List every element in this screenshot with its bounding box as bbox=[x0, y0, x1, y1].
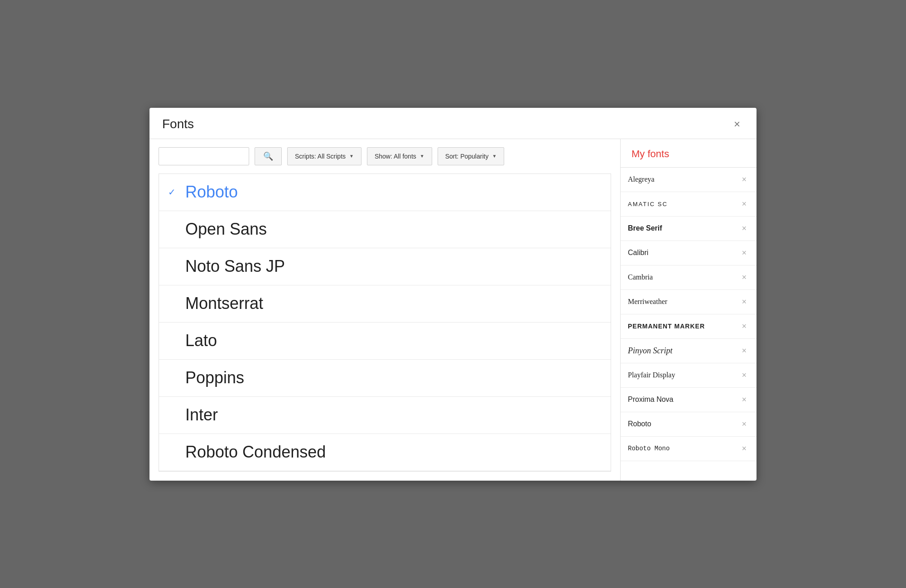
remove-font-button[interactable]: × bbox=[739, 395, 749, 405]
my-font-name: Permanent Marker bbox=[628, 323, 705, 330]
my-fonts-panel: My fonts Alegreya × AMATIC SC × Bree Ser… bbox=[621, 139, 757, 481]
show-filter-button[interactable]: Show: All fonts ▼ bbox=[367, 147, 432, 165]
font-list-item[interactable]: ✓ Lato bbox=[159, 323, 611, 360]
sort-filter-label: Sort: Popularity bbox=[445, 153, 489, 160]
my-font-name: AMATIC SC bbox=[628, 201, 668, 207]
search-button[interactable]: 🔍 bbox=[255, 147, 282, 165]
my-font-item[interactable]: Permanent Marker × bbox=[621, 314, 757, 339]
my-font-name: Merriweather bbox=[628, 298, 667, 306]
my-font-item[interactable]: Calibri × bbox=[621, 241, 757, 265]
my-font-name: Pinyon Script bbox=[628, 346, 672, 356]
font-name: Inter bbox=[185, 405, 218, 424]
my-font-item[interactable]: AMATIC SC × bbox=[621, 192, 757, 217]
my-font-name: Cambria bbox=[628, 273, 653, 281]
search-bar: 🔍 Scripts: All Scripts ▼ Show: All fonts… bbox=[149, 139, 620, 174]
my-font-name: Proxima Nova bbox=[628, 395, 673, 404]
my-font-name: Bree Serif bbox=[628, 224, 662, 232]
font-list-item[interactable]: ✓ Montserrat bbox=[159, 285, 611, 323]
my-font-name: Alegreya bbox=[628, 175, 655, 183]
font-name: Lato bbox=[185, 331, 217, 350]
dialog-title: Fonts bbox=[162, 117, 194, 131]
my-fonts-list: Alegreya × AMATIC SC × Bree Serif × Cali… bbox=[621, 168, 757, 481]
font-name: Roboto Condensed bbox=[185, 443, 326, 462]
sort-filter-button[interactable]: Sort: Popularity ▼ bbox=[438, 147, 505, 165]
font-list-item[interactable]: ✓ Roboto bbox=[159, 174, 611, 211]
remove-font-button[interactable]: × bbox=[739, 248, 749, 258]
search-input[interactable] bbox=[159, 147, 249, 165]
remove-font-button[interactable]: × bbox=[739, 346, 749, 356]
font-name: Noto Sans JP bbox=[185, 257, 285, 276]
remove-font-button[interactable]: × bbox=[739, 223, 749, 233]
my-font-item[interactable]: Cambria × bbox=[621, 265, 757, 290]
remove-font-button[interactable]: × bbox=[739, 370, 749, 380]
my-font-name: Roboto bbox=[628, 420, 651, 428]
close-button[interactable]: × bbox=[730, 117, 744, 131]
font-name: Open Sans bbox=[185, 220, 267, 239]
font-name: Poppins bbox=[185, 368, 244, 387]
remove-font-button[interactable]: × bbox=[739, 419, 749, 429]
my-font-item[interactable]: Proxima Nova × bbox=[621, 388, 757, 412]
font-name: Montserrat bbox=[185, 294, 263, 313]
remove-font-button[interactable]: × bbox=[739, 321, 749, 331]
font-list-item[interactable]: ✓ Noto Sans JP bbox=[159, 248, 611, 285]
my-font-name: Playfair Display bbox=[628, 371, 675, 379]
scripts-filter-label: Scripts: All Scripts bbox=[295, 153, 346, 160]
chevron-down-icon: ▼ bbox=[349, 154, 354, 159]
my-font-item[interactable]: Playfair Display × bbox=[621, 363, 757, 388]
left-panel: 🔍 Scripts: All Scripts ▼ Show: All fonts… bbox=[149, 139, 621, 481]
chevron-down-icon: ▼ bbox=[492, 154, 496, 159]
my-font-item[interactable]: Alegreya × bbox=[621, 168, 757, 192]
my-font-item[interactable]: Roboto Mono × bbox=[621, 437, 757, 461]
remove-font-button[interactable]: × bbox=[739, 199, 749, 209]
my-font-item[interactable]: Bree Serif × bbox=[621, 217, 757, 241]
search-icon: 🔍 bbox=[263, 151, 273, 161]
font-list: ✓ Roboto ✓ Open Sans ✓ Noto Sans JP ✓ Mo… bbox=[159, 174, 611, 472]
dialog-body: 🔍 Scripts: All Scripts ▼ Show: All fonts… bbox=[149, 139, 757, 481]
scripts-filter-button[interactable]: Scripts: All Scripts ▼ bbox=[287, 147, 361, 165]
show-filter-label: Show: All fonts bbox=[375, 153, 416, 160]
remove-font-button[interactable]: × bbox=[739, 174, 749, 184]
font-list-item[interactable]: ✓ Open Sans bbox=[159, 211, 611, 248]
my-font-name: Roboto Mono bbox=[628, 445, 670, 452]
my-font-item[interactable]: Pinyon Script × bbox=[621, 339, 757, 363]
remove-font-button[interactable]: × bbox=[739, 443, 749, 453]
fonts-dialog: Fonts × 🔍 Scripts: All Scripts ▼ Show: A… bbox=[149, 108, 757, 481]
checkmark-icon: ✓ bbox=[168, 187, 177, 198]
my-font-item[interactable]: Merriweather × bbox=[621, 290, 757, 314]
chevron-down-icon: ▼ bbox=[420, 154, 424, 159]
font-list-item[interactable]: ✓ Roboto Condensed bbox=[159, 434, 611, 471]
dialog-header: Fonts × bbox=[149, 108, 757, 139]
remove-font-button[interactable]: × bbox=[739, 297, 749, 307]
my-font-name: Calibri bbox=[628, 249, 648, 257]
font-list-item[interactable]: ✓ Inter bbox=[159, 397, 611, 434]
remove-font-button[interactable]: × bbox=[739, 272, 749, 282]
font-name: Roboto bbox=[185, 183, 238, 202]
font-list-item[interactable]: ✓ Poppins bbox=[159, 360, 611, 397]
my-font-item[interactable]: Roboto × bbox=[621, 412, 757, 437]
my-fonts-header: My fonts bbox=[621, 139, 757, 168]
